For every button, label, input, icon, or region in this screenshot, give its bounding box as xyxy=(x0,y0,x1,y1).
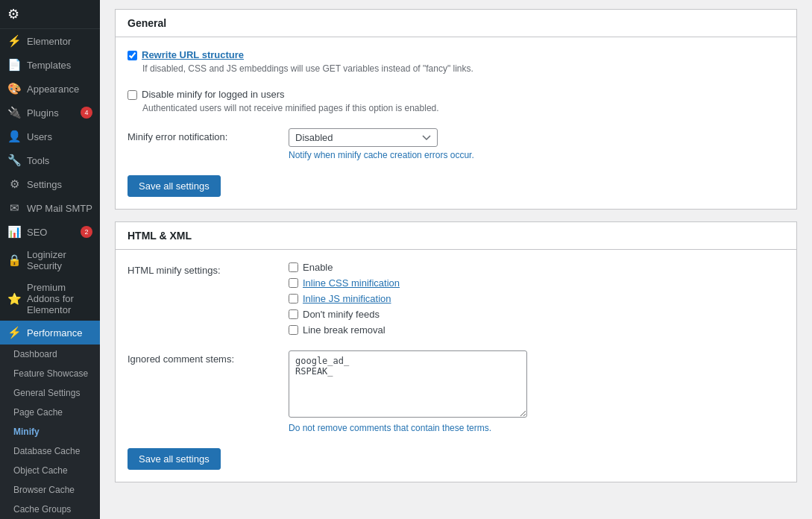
rewrite-url-checkbox[interactable] xyxy=(128,51,137,60)
html-xml-save-button[interactable]: Save all settings xyxy=(128,448,221,470)
plugins-badge: 4 xyxy=(81,107,92,119)
enable-label[interactable]: Enable xyxy=(303,262,333,273)
rewrite-url-label[interactable]: Rewrite URL structure xyxy=(128,49,784,60)
inline-css-label[interactable]: Inline CSS minification xyxy=(303,277,400,289)
dont-minify-feeds-row: Don't minify feeds xyxy=(289,309,784,320)
html-minify-control: Enable Inline CSS minification Inline JS… xyxy=(289,262,784,336)
disable-minify-checkbox[interactable] xyxy=(128,90,137,100)
ignored-comment-label: Ignored comment stems: xyxy=(128,350,277,365)
sidebar-item-performance[interactable]: ⚡ Performance xyxy=(0,321,100,345)
sidebar-sub-page-cache[interactable]: Page Cache xyxy=(0,403,100,422)
minify-error-label: Minify error notification: xyxy=(128,128,277,142)
sidebar-sub-database-cache[interactable]: Database Cache xyxy=(0,441,100,461)
ignored-comment-textarea[interactable]: google_ad_ RSPEAK_ xyxy=(289,350,527,418)
performance-sub-menu: Dashboard Feature Showcase General Setti… xyxy=(0,345,100,519)
sidebar-sub-general-settings[interactable]: General Settings xyxy=(0,383,100,403)
sidebar-item-wp-mail-smtp[interactable]: ✉ WP Mail SMTP xyxy=(0,196,100,220)
rewrite-url-text: Rewrite URL structure xyxy=(142,49,244,60)
sidebar-item-elementor[interactable]: ⚡ Elementor xyxy=(0,29,100,53)
inline-js-checkbox[interactable] xyxy=(289,294,298,303)
ignored-comment-control: google_ad_ RSPEAK_ Do not remove comment… xyxy=(289,350,784,433)
disable-minify-text: Disable minify for logged in users xyxy=(142,89,284,100)
wordpress-icon: ⚙ xyxy=(7,6,19,22)
dont-minify-feeds-checkbox[interactable] xyxy=(289,309,298,319)
sidebar-item-settings[interactable]: ⚙ Settings xyxy=(0,172,100,196)
seo-icon: 📊 xyxy=(7,225,21,239)
enable-row: Enable xyxy=(289,262,784,273)
sidebar-sub-dashboard[interactable]: Dashboard xyxy=(0,345,100,364)
line-break-checkbox[interactable] xyxy=(289,325,298,335)
html-minify-checkboxes: Enable Inline CSS minification Inline JS… xyxy=(289,262,784,336)
sidebar-item-seo[interactable]: 📊 SEO 2 xyxy=(0,220,100,244)
enable-checkbox[interactable] xyxy=(289,262,298,272)
sidebar-sub-feature-showcase[interactable]: Feature Showcase xyxy=(0,364,100,383)
sidebar-sub-browser-cache[interactable]: Browser Cache xyxy=(0,480,100,500)
plugins-icon: 🔌 xyxy=(7,106,21,119)
general-section-title: General xyxy=(116,10,796,37)
loginizer-icon: 🔒 xyxy=(7,254,21,267)
inline-js-label[interactable]: Inline JS minification xyxy=(303,293,391,304)
minify-error-row: Minify error notification: Disabled Emai… xyxy=(128,128,784,160)
general-save-button[interactable]: Save all settings xyxy=(128,175,221,197)
html-minify-label: HTML minify settings: xyxy=(128,262,277,276)
sidebar-item-templates[interactable]: 📄 Templates xyxy=(0,53,100,77)
sidebar-logo: ⚙ xyxy=(0,0,100,29)
sidebar-item-plugins[interactable]: 🔌 Plugins 4 xyxy=(0,101,100,125)
minify-error-control: Disabled Email only Dashboard only Email… xyxy=(289,128,784,160)
elementor-icon: ⚡ xyxy=(7,34,21,48)
sidebar-sub-cache-groups[interactable]: Cache Groups xyxy=(0,500,100,519)
inline-css-checkbox[interactable] xyxy=(289,278,298,288)
sidebar-item-appearance[interactable]: 🎨 Appearance xyxy=(0,77,100,101)
sidebar-sub-object-cache[interactable]: Object Cache xyxy=(0,461,100,480)
ignored-comment-hint: Do not remove comments that contain thes… xyxy=(289,423,784,433)
minify-error-select[interactable]: Disabled Email only Dashboard only Email… xyxy=(289,128,438,147)
appearance-icon: 🎨 xyxy=(7,82,21,95)
line-break-row: Line break removal xyxy=(289,324,784,336)
mail-icon: ✉ xyxy=(7,201,21,215)
templates-icon: 📄 xyxy=(7,58,21,72)
seo-badge: 2 xyxy=(81,226,92,238)
premium-addons-icon: ⭐ xyxy=(7,292,21,306)
users-icon: 👤 xyxy=(7,130,21,143)
html-xml-section-title: HTML & XML xyxy=(116,222,796,250)
main-content: General Rewrite URL structure If disable… xyxy=(100,0,812,519)
minify-error-hint: Notify when minify cache creation errors… xyxy=(289,150,784,160)
sidebar-item-loginizer[interactable]: 🔒 Loginizer Security xyxy=(0,244,100,277)
inline-css-row: Inline CSS minification xyxy=(289,277,784,289)
sidebar: ⚙ ⚡ Elementor 📄 Templates 🎨 Appearance 🔌… xyxy=(0,0,100,519)
sidebar-item-users[interactable]: 👤 Users xyxy=(0,125,100,148)
rewrite-url-row: Rewrite URL structure If disabled, CSS a… xyxy=(128,49,784,74)
inline-js-row: Inline JS minification xyxy=(289,293,784,304)
disable-minify-row: Disable minify for logged in users Authe… xyxy=(128,89,784,113)
performance-icon: ⚡ xyxy=(7,326,21,339)
dont-minify-feeds-label[interactable]: Don't minify feeds xyxy=(303,309,380,320)
disable-minify-hint: Authenticated users will not receive min… xyxy=(142,103,784,113)
sidebar-item-premium-addons[interactable]: ⭐ Premium Addons for Elementor xyxy=(0,277,100,321)
html-xml-section: HTML & XML HTML minify settings: Enable xyxy=(115,221,797,482)
disable-minify-label[interactable]: Disable minify for logged in users xyxy=(128,89,784,100)
settings-icon: ⚙ xyxy=(7,177,21,191)
ignored-comment-row: Ignored comment stems: google_ad_ RSPEAK… xyxy=(128,350,784,433)
sidebar-sub-minify[interactable]: Minify xyxy=(0,422,100,441)
rewrite-url-hint: If disabled, CSS and JS embeddings will … xyxy=(142,63,784,74)
sidebar-item-tools[interactable]: 🔧 Tools xyxy=(0,148,100,172)
html-minify-row: HTML minify settings: Enable Inline CSS … xyxy=(128,262,784,336)
tools-icon: 🔧 xyxy=(7,154,21,167)
general-section: General Rewrite URL structure If disable… xyxy=(115,9,797,210)
line-break-label[interactable]: Line break removal xyxy=(303,324,385,336)
